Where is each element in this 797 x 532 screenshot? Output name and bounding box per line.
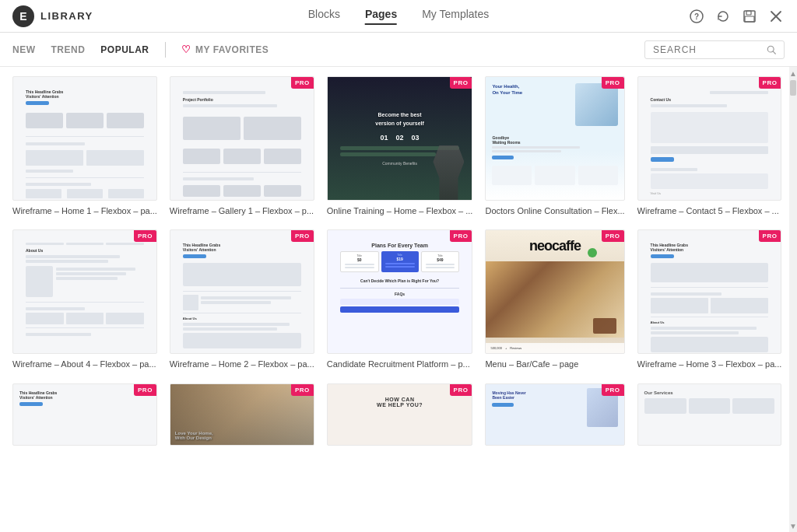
template-card[interactable]: Our Services <box>637 383 782 449</box>
template-thumbnail: PRO Project Portfolio <box>170 76 314 201</box>
save-icon[interactable] <box>741 8 758 25</box>
pro-badge: PRO <box>450 384 472 396</box>
scrollbar-thumb[interactable] <box>790 80 796 96</box>
template-thumbnail: PRO HOW CANWE HELP YOU? <box>327 383 473 446</box>
template-card[interactable]: PRO Contact Us Visit Us <box>637 76 782 217</box>
pro-badge: PRO <box>759 230 781 242</box>
tab-pages[interactable]: Pages <box>365 8 397 25</box>
subheader: NEW TREND POPULAR ♡ MY FAVORITES <box>0 33 797 67</box>
template-card[interactable]: PRO neocaffe <box>485 229 624 370</box>
search-icon <box>767 44 776 55</box>
help-icon[interactable]: ? <box>688 8 705 25</box>
svg-text:?: ? <box>694 12 699 21</box>
template-card[interactable]: PRO This Headline GrabsVisitors' Attenti… <box>12 383 157 449</box>
template-card[interactable]: PRO Project Portfolio <box>170 76 314 217</box>
scroll-up-arrow[interactable]: ▲ <box>789 67 797 79</box>
tab-my-templates[interactable]: My Templates <box>422 8 489 25</box>
template-thumbnail: PRO About Us <box>12 229 157 354</box>
filter-popular[interactable]: POPULAR <box>100 44 149 55</box>
template-title: Doctors Online Consultation – Flex... <box>485 205 624 217</box>
template-card[interactable]: PRO Love Your Home,With Our Design <box>170 383 314 449</box>
template-thumbnail: PRO Love Your Home,With Our Design <box>170 383 314 446</box>
pro-badge: PRO <box>134 230 156 242</box>
header-actions: ? <box>688 8 785 25</box>
svg-line-8 <box>773 51 775 54</box>
pro-badge: PRO <box>602 230 624 242</box>
tab-blocks[interactable]: Blocks <box>308 8 340 25</box>
template-title: Candidate Recruitment Platform – p... <box>327 359 473 370</box>
template-card[interactable]: PRO Your Health,On Your Time GoodbyeWait… <box>485 76 624 217</box>
favorites-label: MY FAVORITES <box>195 44 269 55</box>
template-thumbnail: Our Services <box>637 383 782 446</box>
template-card[interactable]: PRO Moving Has NeverBeen Easier <box>485 383 624 449</box>
refresh-icon[interactable] <box>714 8 732 25</box>
main-nav: Blocks Pages My Templates <box>308 8 490 25</box>
pro-badge: PRO <box>291 77 314 89</box>
pro-badge: PRO <box>450 77 472 89</box>
header: E LIBRARY Blocks Pages My Templates ? <box>0 0 797 33</box>
template-title: Wireframe – Contact 5 – Flexbox – ... <box>637 205 782 217</box>
template-thumbnail: PRO neocaffe <box>485 229 624 354</box>
pro-badge: PRO <box>602 384 624 396</box>
template-thumbnail: PRO Your Health,On Your Time GoodbyeWait… <box>485 76 624 201</box>
templates-grid: This Headline GrabsVisitors' Attention <box>12 76 777 449</box>
logo-text: LIBRARY <box>40 10 93 22</box>
template-thumbnail: PRO This Headline GrabsVisitors' Attenti… <box>637 229 782 354</box>
template-card[interactable]: PRO Plans For Every Team Title $0 Tit <box>327 229 473 370</box>
template-title: Wireframe – About 4 – Flexbox – pa... <box>12 359 157 370</box>
close-icon[interactable] <box>767 8 785 25</box>
scrollbar[interactable]: ▲ ▼ <box>789 67 797 532</box>
template-thumbnail: PRO Become the bestversion of yourself 0… <box>327 76 473 201</box>
template-title: Menu – Bar/Cafe – page <box>485 359 624 370</box>
template-thumbnail: PRO Contact Us Visit Us <box>637 76 782 201</box>
templates-content: This Headline GrabsVisitors' Attention <box>0 67 789 532</box>
template-card[interactable]: PRO This Headline GrabsVisitors' Attenti… <box>637 229 782 370</box>
template-card[interactable]: PRO About Us <box>12 229 157 370</box>
heart-icon: ♡ <box>181 44 191 55</box>
template-title: Wireframe – Home 3 – Flexbox – pa... <box>637 359 782 370</box>
logo-area: E LIBRARY <box>12 5 106 27</box>
template-title: Wireframe – Home 2 – Flexbox – pa... <box>170 359 314 370</box>
template-card[interactable]: PRO This Headline GrabsVisitors' Attenti… <box>170 229 314 370</box>
svg-rect-4 <box>745 16 754 22</box>
template-thumbnail: PRO This Headline GrabsVisitors' Attenti… <box>170 229 314 354</box>
template-card[interactable]: PRO HOW CANWE HELP YOU? <box>327 383 473 449</box>
pro-badge: PRO <box>450 230 472 242</box>
template-title: Online Training – Home – Flexbox – ... <box>327 205 473 217</box>
template-thumbnail: PRO This Headline GrabsVisitors' Attenti… <box>12 383 157 446</box>
template-card[interactable]: PRO Become the bestversion of yourself 0… <box>327 76 473 217</box>
template-card[interactable]: This Headline GrabsVisitors' Attention <box>12 76 157 217</box>
template-thumbnail: This Headline GrabsVisitors' Attention <box>12 76 157 201</box>
pro-badge: PRO <box>602 77 624 89</box>
main-content: This Headline GrabsVisitors' Attention <box>0 67 797 532</box>
search-input[interactable] <box>653 44 760 55</box>
elementor-logo-icon: E <box>12 5 34 27</box>
filter-new[interactable]: NEW <box>12 44 36 55</box>
template-thumbnail: PRO Plans For Every Team Title $0 Tit <box>327 229 473 354</box>
pro-badge: PRO <box>291 230 314 242</box>
subheader-divider <box>165 42 166 58</box>
favorites-button[interactable]: ♡ MY FAVORITES <box>181 44 269 55</box>
template-title: Wireframe – Gallery 1 – Flexbox – p... <box>170 205 314 217</box>
pro-badge: PRO <box>291 384 314 396</box>
template-thumbnail: PRO Moving Has NeverBeen Easier <box>485 383 624 446</box>
template-title: Wireframe – Home 1 – Flexbox – pa... <box>12 205 157 217</box>
scroll-down-arrow[interactable]: ▼ <box>789 520 797 532</box>
pro-badge: PRO <box>759 77 781 89</box>
search-box[interactable] <box>644 40 785 59</box>
pro-badge: PRO <box>134 384 156 396</box>
filter-trend[interactable]: TREND <box>51 44 86 55</box>
